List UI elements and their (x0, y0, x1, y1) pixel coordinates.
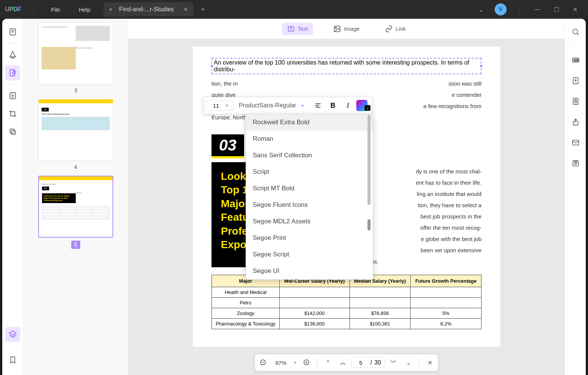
font-option[interactable]: Rockwell Extra Bold (246, 114, 373, 131)
maximize-button[interactable]: ☐ (547, 6, 566, 13)
table-row: Health and Medical (212, 287, 482, 298)
link-icon (385, 25, 393, 33)
align-button[interactable] (311, 99, 325, 112)
svg-point-32 (574, 162, 577, 164)
svg-rect-28 (574, 101, 577, 103)
image-tool[interactable]: Image (328, 23, 365, 35)
thumbnails-panel: Lorem ipsum text content preview areaMor… (23, 19, 128, 375)
scrollbar[interactable] (368, 114, 372, 279)
svg-text:OCR: OCR (573, 59, 579, 62)
last-page-button[interactable]: ⌄ (402, 356, 415, 369)
table-row: Petro (212, 298, 482, 308)
save-tool[interactable] (568, 156, 583, 171)
thumbnail[interactable]: 02The 10 Best Global Universities 4 (38, 99, 113, 170)
font-dropdown-menu: Rockwell Extra Bold Roman Sans Serif Col… (246, 114, 373, 280)
dropdown-icon[interactable]: ▼ (299, 104, 306, 108)
zoom-out-button[interactable] (256, 356, 270, 369)
svg-point-22 (573, 29, 578, 34)
zoom-dropdown-icon[interactable]: ▼ (292, 361, 298, 365)
right-toolbar: OCR (565, 19, 586, 375)
svg-point-13 (335, 27, 336, 28)
font-option[interactable]: Segoe UI (246, 263, 373, 279)
svg-rect-10 (10, 129, 14, 133)
font-option[interactable]: Sans Serif Collection (246, 147, 373, 164)
selected-text-block[interactable]: An overview of the top 100 universities … (212, 58, 482, 74)
font-option[interactable]: Segoe Fluent Icons (246, 197, 373, 213)
layers-tool[interactable] (5, 327, 20, 342)
svg-rect-9 (11, 130, 15, 134)
user-avatar[interactable]: V (495, 3, 507, 15)
ocr-tool[interactable]: OCR (568, 53, 583, 68)
close-window-button[interactable]: ✕ (566, 6, 584, 13)
font-option[interactable]: Segoe Print (246, 230, 373, 246)
next-page-button[interactable]: ︾ (387, 356, 400, 369)
copy-tool[interactable] (5, 124, 20, 139)
edit-toolbar: Text Image Link (128, 19, 565, 39)
app-logo: UPDF (0, 6, 26, 13)
titlebar: UPDF File Help ▾ Find-and-...r-Studies ✕… (0, 0, 588, 19)
document-tab[interactable]: ▾ Find-and-...r-Studies ✕ (104, 2, 194, 17)
page-input[interactable]: / 30 (351, 357, 385, 368)
bookmark-tool[interactable] (5, 352, 20, 367)
svg-rect-31 (573, 161, 578, 166)
chevron-down-icon[interactable]: ⌄ (473, 6, 489, 13)
svg-line-23 (577, 33, 579, 35)
dropdown-icon[interactable]: ▼ (224, 104, 230, 108)
data-table: Major Mid-Career Salary (Yearly) Median … (212, 275, 482, 329)
section-number: 03 (212, 134, 244, 158)
prev-page-button[interactable]: ︽ (336, 356, 350, 369)
font-option[interactable]: Script (246, 164, 373, 180)
convert-tool[interactable] (568, 73, 583, 88)
tab-dropdown-icon[interactable]: ▾ (109, 6, 112, 13)
tab-title: Find-and-...r-Studies (119, 6, 174, 13)
menu-file[interactable]: File (42, 6, 69, 13)
text-tool[interactable]: Text (282, 23, 314, 35)
link-tool[interactable]: Link (380, 23, 411, 35)
reader-tool[interactable] (5, 24, 20, 39)
protect-tool[interactable] (568, 94, 583, 109)
table-row: Zoology$142,000$76,8565% (212, 308, 482, 319)
email-tool[interactable] (568, 135, 583, 150)
divider (520, 6, 520, 13)
thumbnail[interactable]: Lorem ipsum text content preview areaMor… (38, 23, 113, 93)
pages-tool[interactable] (5, 88, 20, 103)
share-tool[interactable] (568, 114, 583, 130)
italic-button[interactable]: I (341, 99, 355, 112)
search-tool[interactable] (568, 24, 583, 39)
close-bar-button[interactable]: ✕ (423, 356, 436, 369)
font-option[interactable]: Roman (246, 131, 373, 147)
color-dropdown-icon[interactable]: ⌄ (364, 105, 370, 111)
font-option[interactable]: Segoe Script (246, 246, 373, 263)
table-row: Pharmacology & Toxicology$136,000$100,38… (212, 319, 482, 329)
bold-button[interactable]: B (326, 99, 340, 112)
text-icon (287, 25, 295, 33)
document-area: Text Image Link An overview of the top 1… (128, 19, 565, 375)
divider (34, 6, 34, 13)
close-tab-icon[interactable]: ✕ (183, 6, 188, 12)
new-tab-button[interactable]: + (194, 6, 213, 14)
minimize-button[interactable]: — (528, 6, 547, 13)
crop-tool[interactable] (5, 106, 20, 121)
svg-rect-33 (574, 161, 577, 162)
highlight-tool[interactable] (5, 47, 20, 62)
font-size-input[interactable]: 11 ▼ (205, 101, 234, 111)
image-icon (333, 25, 341, 33)
thumbnail-current[interactable]: Overview text preview03Looking Into the … (38, 176, 113, 249)
font-name-select[interactable]: ProductSans-Regular ▼ (235, 101, 310, 110)
zoom-in-button[interactable] (300, 356, 314, 369)
left-toolbar (2, 19, 23, 375)
edit-tool[interactable] (5, 65, 20, 80)
font-option[interactable]: Segoe MDL2 Assets (246, 213, 373, 230)
text-format-toolbar: 11 ▼ ProductSans-Regular ▼ B I ⌄ (203, 97, 372, 114)
first-page-button[interactable]: ⌃ (321, 356, 335, 369)
menu-help[interactable]: Help (69, 6, 100, 13)
page-control-bar: 97% ▼ ⌃ ︽ / 30 ︾ ⌄ ✕ (255, 354, 438, 371)
font-option[interactable]: Script MT Bold (246, 180, 373, 197)
zoom-level: 97% (272, 360, 290, 366)
